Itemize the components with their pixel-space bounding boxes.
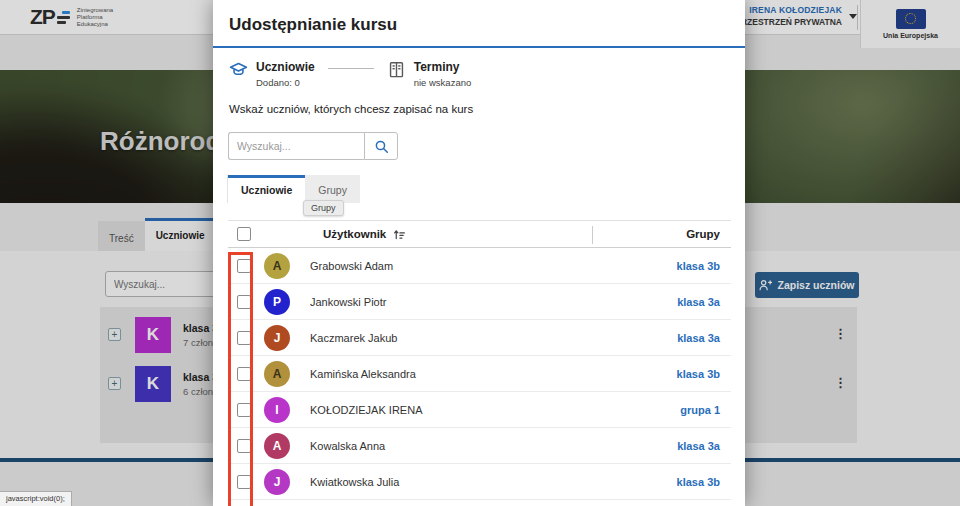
- table-row: A Grabowski Adam klasa 3b: [228, 248, 731, 284]
- avatar: J: [264, 469, 290, 495]
- modal-search-button[interactable]: [364, 132, 398, 160]
- group-link[interactable]: grupa 1: [680, 404, 720, 416]
- group-link[interactable]: klasa 3a: [677, 440, 720, 452]
- col-group-header: Grupy: [686, 228, 720, 240]
- avatar: A: [264, 433, 290, 459]
- user-name: Kowalska Anna: [310, 440, 677, 452]
- group-link[interactable]: klasa 3b: [677, 476, 720, 488]
- user-name: Jankowski Piotr: [310, 296, 677, 308]
- row-checkbox[interactable]: [237, 295, 251, 309]
- group-link[interactable]: klasa 3a: [677, 332, 720, 344]
- user-name: Kaczmarek Jakub: [310, 332, 677, 344]
- avatar: P: [264, 289, 290, 315]
- modal-tab-grupy[interactable]: Grupy: [305, 175, 360, 203]
- step-students-label: Uczniowie: [256, 61, 315, 74]
- agenda-book-icon: [387, 60, 406, 79]
- select-all-checkbox[interactable]: [237, 227, 251, 241]
- row-checkbox[interactable]: [237, 475, 251, 489]
- table-row: I KOŁODZIEJAK IRENA grupa 1: [228, 392, 731, 428]
- modal-instruction: Wskaż uczniów, których chcesz zapisać na…: [229, 103, 729, 115]
- modal-tab-uczniowie[interactable]: Uczniowie: [228, 175, 305, 203]
- step-terms-label: Terminy: [414, 61, 472, 74]
- avatar: I: [264, 397, 290, 423]
- table-row: A Kamińska Aleksandra klasa 3b: [228, 356, 731, 392]
- share-course-modal: Udostępnianie kursu Uczniowie Dodano: 0 …: [213, 0, 745, 506]
- table-row: P Jankowski Piotr klasa 3a: [228, 284, 731, 320]
- table-row: J Kwiatkowska Julia klasa 3b: [228, 464, 731, 500]
- step-terms-status: nie wskazano: [414, 77, 472, 88]
- step-terms: Terminy nie wskazano: [387, 61, 472, 88]
- avatar: A: [264, 253, 290, 279]
- graduation-cap-icon: [229, 60, 248, 79]
- stepper-connector: [328, 68, 374, 69]
- status-bar: javascript:void(0);: [0, 491, 72, 506]
- modal-search-input[interactable]: [228, 132, 364, 160]
- grupy-tooltip: Grupy: [303, 200, 344, 216]
- row-checkbox[interactable]: [237, 439, 251, 453]
- row-checkbox[interactable]: [237, 259, 251, 273]
- group-link[interactable]: klasa 3a: [677, 296, 720, 308]
- user-name: Kwiatkowska Julia: [310, 476, 677, 488]
- header-column-divider: [592, 226, 593, 244]
- row-checkbox[interactable]: [237, 367, 251, 381]
- table-row: A Kowalska Anna klasa 3a: [228, 428, 731, 464]
- step-students: Uczniowie Dodano: 0: [229, 61, 315, 88]
- group-link[interactable]: klasa 3b: [677, 368, 720, 380]
- avatar: A: [264, 361, 290, 387]
- group-link[interactable]: klasa 3b: [677, 260, 720, 272]
- modal-search: [228, 132, 729, 160]
- row-checkbox[interactable]: [237, 403, 251, 417]
- avatar: J: [264, 325, 290, 351]
- search-icon: [374, 139, 389, 154]
- row-checkbox[interactable]: [237, 331, 251, 345]
- col-user-header: Użytkownik: [323, 228, 386, 240]
- user-name: Grabowski Adam: [310, 260, 677, 272]
- screen: ZP Zintegrowana Platforma Edukacyjna IRE…: [0, 0, 960, 506]
- modal-tabs: Uczniowie Grupy: [228, 175, 745, 203]
- step-students-status: Dodano: 0: [256, 77, 315, 88]
- user-name: KOŁODZIEJAK IRENA: [310, 404, 680, 416]
- sort-icon[interactable]: [393, 228, 406, 241]
- modal-title: Udostępnianie kursu: [213, 0, 745, 48]
- modal-stepper: Uczniowie Dodano: 0 Terminy nie wskazano: [229, 61, 729, 88]
- user-name: Kamińska Aleksandra: [310, 368, 677, 380]
- table-header: Użytkownik Grupy: [228, 220, 731, 248]
- students-table: Użytkownik Grupy A Grabowski Adam klasa …: [228, 220, 731, 500]
- table-row: J Kaczmarek Jakub klasa 3a: [228, 320, 731, 356]
